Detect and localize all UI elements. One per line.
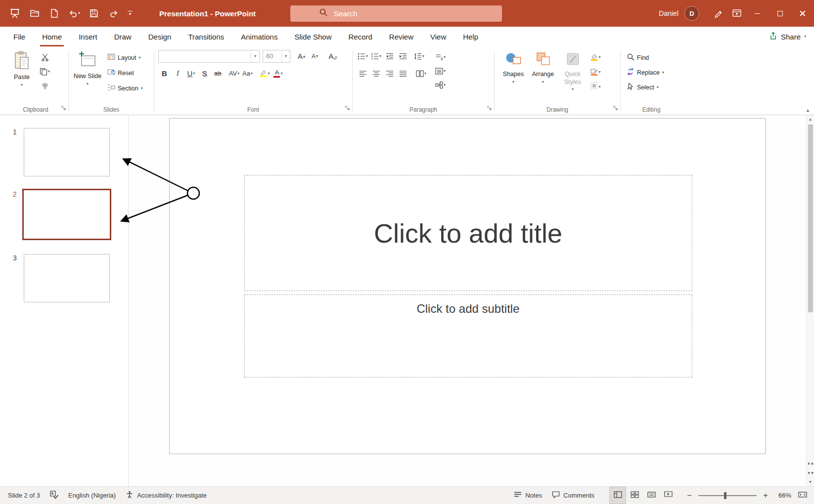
tab-review[interactable]: Review (381, 27, 422, 46)
slide-thumbnail-3[interactable]: 3 (0, 254, 128, 302)
ink-pen-icon[interactable] (710, 4, 728, 22)
section-button[interactable]: Section (105, 82, 145, 95)
tab-transitions[interactable]: Transitions (180, 27, 232, 46)
slideshow-button[interactable] (660, 487, 677, 504)
quick-styles-button[interactable]: Quick Styles (558, 49, 588, 91)
align-text-button[interactable] (434, 65, 447, 77)
tab-insert[interactable]: Insert (70, 27, 106, 46)
copy-button[interactable] (39, 65, 51, 78)
align-right-button[interactable] (383, 67, 396, 80)
minimize-button[interactable] (746, 0, 769, 27)
strikethrough-button[interactable]: ab (212, 67, 224, 80)
change-case-button[interactable]: Aa (241, 67, 254, 80)
zoom-in-button[interactable]: + (760, 487, 771, 504)
close-button[interactable]: ✕ (791, 0, 814, 27)
customize-quick-access-button[interactable] (125, 5, 136, 22)
tab-draw[interactable]: Draw (106, 27, 140, 46)
bold-button[interactable]: B (158, 67, 171, 80)
scroll-down-button[interactable]: ▼ (807, 478, 814, 486)
font-size-combobox[interactable]: 60 (263, 50, 290, 63)
italic-button[interactable]: I (172, 67, 184, 80)
slide-thumbnail-2[interactable]: 2 (0, 190, 128, 240)
notes-button[interactable]: Notes (509, 487, 547, 504)
reading-view-button[interactable] (643, 487, 660, 504)
zoom-slider-thumb[interactable] (724, 492, 726, 499)
slide-canvas[interactable]: Click to add title Click to add subtitle (129, 115, 806, 486)
text-highlight-button[interactable] (259, 67, 271, 80)
select-button[interactable]: Select (625, 81, 666, 94)
next-slide-button[interactable]: ▼▼ (807, 468, 814, 478)
replace-button[interactable]: Replace (625, 66, 666, 79)
save-button[interactable] (85, 4, 103, 22)
text-direction-button[interactable] (434, 51, 447, 63)
shape-fill-button[interactable] (589, 51, 602, 63)
tab-view[interactable]: View (422, 27, 454, 46)
clear-formatting-button[interactable]: A (327, 50, 339, 62)
title-placeholder[interactable]: Click to add title (244, 175, 692, 291)
clipboard-dialog-launcher[interactable] (61, 104, 66, 113)
search-box[interactable]: Search (290, 5, 502, 22)
normal-view-button[interactable] (609, 487, 626, 504)
shape-effects-button[interactable] (589, 81, 602, 93)
zoom-slider[interactable] (698, 495, 757, 496)
undo-button[interactable] (65, 4, 83, 22)
powerpoint-app-icon[interactable] (6, 4, 24, 22)
slide-editor[interactable]: Click to add title Click to add subtitle (169, 118, 766, 454)
shrink-font-button[interactable]: A▾ (309, 50, 321, 62)
slide-thumbnail-1[interactable]: 1 (0, 128, 128, 176)
shape-outline-button[interactable] (589, 66, 602, 78)
numbering-button[interactable] (370, 50, 382, 62)
find-button[interactable]: Find (625, 51, 666, 64)
shapes-button[interactable]: Shapes (498, 49, 528, 84)
ribbon-display-options-icon[interactable] (728, 4, 746, 22)
subtitle-placeholder[interactable]: Click to add subtitle (244, 294, 692, 378)
accessibility-status[interactable]: Accessibility: Investigate (121, 487, 212, 504)
zoom-percentage[interactable]: 66% (771, 492, 794, 499)
tab-slide-show[interactable]: Slide Show (286, 27, 340, 46)
slide-thumbnail-preview[interactable] (24, 128, 110, 176)
font-name-combobox[interactable] (158, 50, 260, 63)
comments-button[interactable]: Comments (547, 487, 599, 504)
line-spacing-button[interactable] (413, 50, 425, 62)
align-center-button[interactable] (370, 67, 382, 80)
paste-button[interactable]: Paste (7, 49, 37, 87)
text-shadow-button[interactable]: S (198, 67, 211, 80)
maximize-button[interactable] (769, 0, 791, 27)
decrease-indent-button[interactable] (383, 50, 396, 62)
bullets-button[interactable] (357, 50, 369, 62)
new-file-icon[interactable] (45, 4, 63, 22)
collapse-ribbon-button[interactable]: ▴ (807, 107, 809, 113)
font-dialog-launcher[interactable] (345, 104, 350, 113)
fit-to-window-button[interactable] (794, 487, 811, 504)
tab-animations[interactable]: Animations (232, 27, 286, 46)
user-name[interactable]: Daniel (659, 9, 678, 17)
scroll-up-button[interactable]: ▲ (807, 115, 814, 124)
columns-button[interactable] (415, 67, 427, 80)
justify-button[interactable] (397, 67, 409, 80)
tab-record[interactable]: Record (340, 27, 380, 46)
underline-button[interactable]: U (185, 67, 197, 80)
reset-button[interactable]: Reset (105, 66, 145, 80)
increase-indent-button[interactable] (397, 50, 409, 62)
grow-font-button[interactable]: A▴ (295, 50, 308, 62)
align-left-button[interactable] (357, 67, 369, 80)
language-status[interactable]: English (Nigeria) (63, 487, 121, 504)
character-spacing-button[interactable]: AV (228, 67, 240, 80)
slide-thumbnail-preview[interactable] (24, 254, 110, 302)
paragraph-dialog-launcher[interactable] (487, 104, 492, 113)
tab-file[interactable]: File (5, 27, 34, 46)
previous-slide-button[interactable]: ▲▲ (807, 458, 814, 468)
format-painter-button[interactable] (39, 80, 51, 92)
vertical-scrollbar[interactable]: ▲ ▲▲ ▼▼ ▼ (806, 115, 814, 486)
redo-button[interactable] (105, 4, 123, 22)
tab-home[interactable]: Home (34, 27, 70, 46)
spellcheck-button[interactable] (45, 487, 63, 504)
slide-thumbnail-preview[interactable] (22, 189, 111, 240)
cut-button[interactable] (39, 51, 51, 63)
zoom-out-button[interactable]: − (683, 487, 695, 504)
convert-smartart-button[interactable] (434, 79, 447, 91)
tab-help[interactable]: Help (454, 27, 487, 46)
open-file-icon[interactable] (26, 4, 44, 22)
font-color-button[interactable]: A (272, 67, 284, 80)
user-avatar[interactable]: D (684, 6, 699, 21)
